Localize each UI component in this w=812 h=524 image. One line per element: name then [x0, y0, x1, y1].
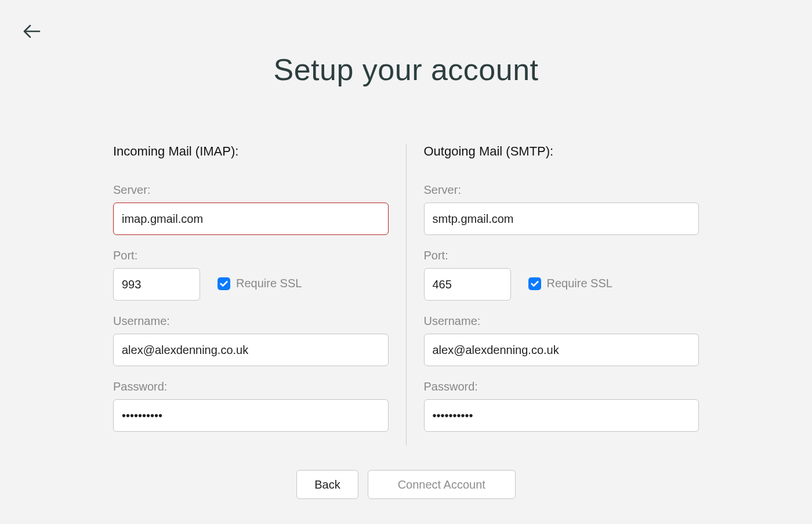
outgoing-ssl-group: Require SSL	[528, 277, 612, 290]
form-area: Incoming Mail (IMAP): Server: Port: Req	[113, 144, 699, 446]
outgoing-port-row: Port: Require SSL	[424, 249, 699, 301]
incoming-username-input[interactable]	[113, 334, 389, 366]
incoming-username-group: Username:	[113, 315, 389, 366]
incoming-port-input[interactable]	[113, 268, 200, 301]
back-arrow-icon[interactable]	[23, 24, 41, 41]
incoming-server-label: Server:	[113, 183, 389, 197]
outgoing-password-group: Password:	[424, 380, 699, 432]
outgoing-ssl-checkbox[interactable]	[528, 277, 541, 290]
check-icon	[220, 280, 228, 288]
incoming-ssl-label: Require SSL	[236, 277, 302, 290]
outgoing-port-input[interactable]	[424, 268, 511, 301]
incoming-port-label: Port:	[113, 249, 200, 262]
incoming-port-row: Port: Require SSL	[113, 249, 389, 301]
back-button[interactable]: Back	[296, 470, 358, 499]
outgoing-column: Outgoing Mail (SMTP): Server: Port: Req	[407, 144, 699, 446]
outgoing-server-label: Server:	[424, 183, 699, 197]
incoming-ssl-group: Require SSL	[217, 277, 302, 290]
button-row: Back Connect Account	[296, 470, 515, 499]
outgoing-username-input[interactable]	[424, 334, 699, 366]
outgoing-username-group: Username:	[424, 315, 699, 366]
incoming-password-input[interactable]	[113, 399, 389, 432]
outgoing-heading: Outgoing Mail (SMTP):	[424, 144, 699, 159]
incoming-password-label: Password:	[113, 380, 389, 393]
incoming-server-input[interactable]	[113, 203, 389, 235]
incoming-username-label: Username:	[113, 315, 389, 328]
outgoing-port-label: Port:	[424, 249, 511, 262]
connect-account-button[interactable]: Connect Account	[368, 470, 516, 499]
incoming-heading: Incoming Mail (IMAP):	[113, 144, 389, 159]
incoming-column: Incoming Mail (IMAP): Server: Port: Req	[113, 144, 406, 446]
outgoing-password-label: Password:	[424, 380, 699, 393]
outgoing-password-input[interactable]	[424, 399, 699, 432]
check-icon	[531, 280, 539, 288]
outgoing-server-group: Server:	[424, 183, 699, 235]
page-title: Setup your account	[273, 52, 538, 87]
incoming-password-group: Password:	[113, 380, 389, 432]
incoming-server-group: Server:	[113, 183, 389, 235]
outgoing-server-input[interactable]	[424, 203, 699, 235]
outgoing-username-label: Username:	[424, 315, 699, 328]
outgoing-ssl-label: Require SSL	[547, 277, 612, 290]
incoming-ssl-checkbox[interactable]	[217, 277, 230, 290]
